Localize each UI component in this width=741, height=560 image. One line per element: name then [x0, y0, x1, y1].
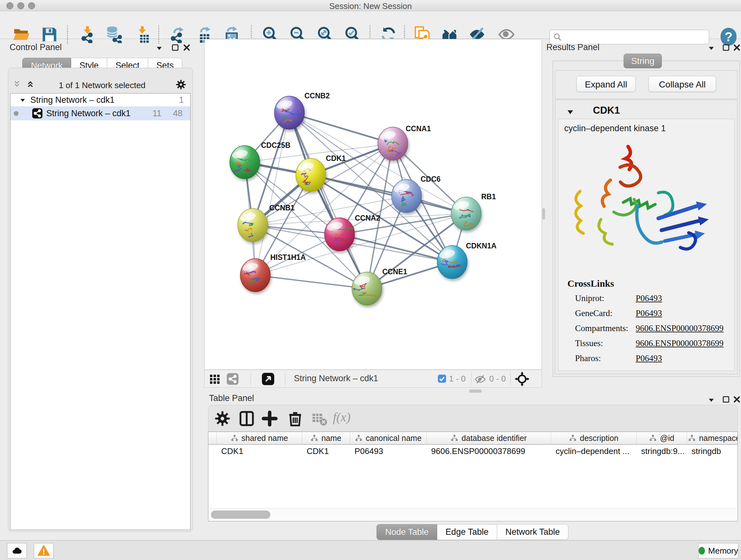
- network-node-CCNB2[interactable]: [274, 96, 305, 129]
- results-panel-close-icon[interactable]: [733, 44, 741, 52]
- save-session-icon[interactable]: [41, 26, 58, 43]
- table-panel-float-icon[interactable]: [722, 395, 730, 403]
- column-header-namespace[interactable]: namespace: [687, 432, 738, 444]
- network-edge[interactable]: [311, 175, 466, 213]
- cell-database-identifier[interactable]: 9606.ENSP00000378699: [427, 446, 551, 456]
- column-header-canonical-name[interactable]: canonical name: [350, 432, 427, 444]
- network-edge[interactable]: [289, 113, 393, 144]
- toolbar-separator: [158, 25, 159, 44]
- selected-checkbox-icon[interactable]: [437, 374, 447, 383]
- control-panel-float-icon[interactable]: [171, 44, 179, 52]
- crosslink-tissues-link[interactable]: 9606.ENSP00000378699: [636, 338, 724, 348]
- column-header-id[interactable]: @id: [636, 432, 687, 444]
- export-network-icon[interactable]: [169, 26, 186, 43]
- open-in-window-icon[interactable]: [261, 372, 275, 386]
- help-button[interactable]: ?: [721, 28, 737, 46]
- column-header-name[interactable]: name: [302, 432, 350, 444]
- table-horizontal-scrollbar[interactable]: [208, 508, 738, 521]
- import-network-file-icon[interactable]: [79, 26, 96, 43]
- crosslink-compartments-link[interactable]: 9606.ENSP00000378699: [636, 323, 724, 333]
- cell-shared-name[interactable]: CDK1: [217, 446, 302, 456]
- warnings-button[interactable]: [34, 543, 54, 558]
- birdseye-grid-icon[interactable]: [209, 373, 220, 385]
- network-node-CDK1[interactable]: [296, 159, 326, 192]
- column-header-shared-name[interactable]: shared name: [217, 432, 302, 444]
- hidden-eye-icon[interactable]: [475, 374, 486, 385]
- main-toolbar: ?: [0, 11, 741, 39]
- cell-canonical-name[interactable]: P06493: [350, 446, 427, 456]
- cdk1-collapse-icon[interactable]: [566, 108, 575, 116]
- crosslink-label: GeneCard:: [575, 308, 612, 318]
- network-edge[interactable]: [255, 275, 367, 289]
- cloud-button[interactable]: [7, 543, 27, 558]
- expand-all-button[interactable]: Expand All: [576, 76, 636, 92]
- tab-string[interactable]: String: [623, 54, 662, 68]
- import-network-database-icon[interactable]: [105, 26, 123, 43]
- add-column-icon[interactable]: [261, 410, 278, 427]
- tab-edge-table[interactable]: Edge Table: [437, 524, 497, 540]
- network-node-CDC25B[interactable]: [230, 145, 260, 179]
- tab-node-table[interactable]: Node Table: [377, 524, 437, 540]
- open-session-icon[interactable]: [13, 26, 30, 43]
- fit-content-crosshair-icon[interactable]: [515, 372, 529, 386]
- footer-separator: [285, 373, 285, 385]
- column-header-description[interactable]: description: [551, 432, 636, 444]
- network-type-icon: [32, 108, 43, 118]
- crosslink-genecard-link[interactable]: P06493: [636, 308, 662, 318]
- crosslink-label: Uniprot:: [575, 294, 604, 303]
- horizontal-splitter-grip[interactable]: [469, 389, 482, 393]
- collapse-all-button[interactable]: Collapse All: [649, 76, 716, 92]
- network-node-RB1[interactable]: [451, 197, 481, 230]
- results-panel-float-icon[interactable]: [722, 44, 730, 52]
- network-options-gear-icon[interactable]: [176, 79, 186, 90]
- node-label: CCNE1: [382, 267, 407, 276]
- cell-description[interactable]: cyclin–dependent ...: [551, 446, 636, 456]
- tab-network-table[interactable]: Network Table: [497, 524, 569, 540]
- network-edge[interactable]: [289, 113, 367, 289]
- import-table-file-icon[interactable]: [134, 26, 151, 43]
- delete-column-trash-icon[interactable]: [287, 410, 304, 427]
- cell-name[interactable]: CDK1: [302, 446, 350, 456]
- node-label: CDKN1A: [466, 242, 496, 250]
- column-header-database-identifier[interactable]: database identifier: [427, 432, 551, 444]
- cell-id[interactable]: stringdb:9...: [636, 446, 687, 456]
- cloud-icon: [11, 545, 23, 557]
- network-node-CDC6[interactable]: [392, 179, 421, 212]
- results-panel-menu-icon[interactable]: [707, 44, 716, 52]
- memory-button[interactable]: Memory: [698, 543, 738, 558]
- control-panel-menu-icon[interactable]: [155, 44, 163, 52]
- control-panel-close-icon[interactable]: [183, 44, 191, 52]
- vertical-splitter-grip[interactable]: [542, 208, 545, 220]
- network-node-CCNE1[interactable]: [352, 272, 382, 305]
- cell-namespace[interactable]: stringdb: [687, 446, 738, 456]
- table-row[interactable]: CDK1 CDK1 P06493 9606.ENSP00000378699 cy…: [208, 445, 738, 457]
- delete-table-icon[interactable]: [311, 410, 328, 427]
- collection-label: String Network – cdk1: [30, 94, 115, 106]
- network-edge[interactable]: [255, 113, 289, 275]
- table-panel-close-icon[interactable]: [733, 395, 741, 403]
- network-canvas[interactable]: CCNB2CCNA1CDC25BCDK1CDC6RB1CCNB1CCNA2CDK…: [204, 39, 542, 370]
- network-node-CCNA2[interactable]: [325, 218, 354, 251]
- results-panel-title: Results Panel: [546, 43, 600, 52]
- table-panel-menu-icon[interactable]: [707, 396, 716, 404]
- expand-all-tree-icon[interactable]: [26, 80, 35, 88]
- network-node-CCNA1[interactable]: [378, 127, 408, 160]
- network-share-icon[interactable]: [226, 373, 239, 385]
- network-row-selected[interactable]: String Network – cdk1 11 48: [10, 106, 190, 120]
- title-bar: Session: New Session: [0, 0, 741, 11]
- crosslink-uniprot-link[interactable]: P06493: [636, 294, 662, 303]
- collapse-all-tree-icon[interactable]: [13, 80, 21, 88]
- network-node-HIST1H1A[interactable]: [240, 259, 270, 292]
- show-columns-icon[interactable]: [239, 410, 255, 427]
- network-node-CDKN1A[interactable]: [437, 246, 467, 279]
- function-builder-icon[interactable]: f(x): [333, 410, 351, 425]
- scrollbar-thumb[interactable]: [211, 510, 270, 519]
- network-collection-row[interactable]: String Network – cdk1 1: [10, 94, 190, 106]
- table-panel-title: Table Panel: [209, 393, 254, 403]
- table-toolbar: f(x): [208, 405, 738, 432]
- table-options-gear-icon[interactable]: [214, 410, 231, 427]
- tree-expand-icon[interactable]: [19, 97, 26, 104]
- search-input[interactable]: [564, 30, 706, 43]
- network-node-CCNB1[interactable]: [238, 208, 268, 242]
- crosslink-pharos-link[interactable]: P06493: [636, 354, 662, 363]
